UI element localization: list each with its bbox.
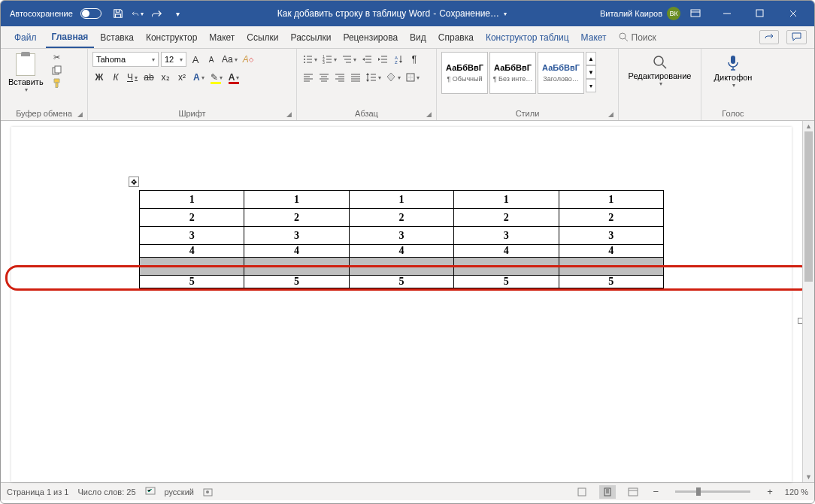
comments-button[interactable] (786, 30, 807, 44)
table-cell[interactable]: 3 (454, 227, 559, 245)
zoom-level[interactable]: 120 % (785, 487, 808, 496)
undo-icon[interactable]: ▾ (132, 8, 144, 20)
view-web-button[interactable] (625, 485, 641, 499)
redo-icon[interactable] (151, 8, 163, 20)
bold-button[interactable]: Ж (92, 70, 106, 85)
minimize-button[interactable] (710, 1, 744, 26)
table-cell[interactable]: 2 (140, 209, 244, 227)
grow-font-button[interactable]: A (189, 52, 202, 67)
scroll-up-button[interactable]: ▲ (803, 121, 814, 131)
decrease-indent-button[interactable] (360, 52, 374, 67)
document-table[interactable]: 1111122222333334444455555 (139, 190, 664, 288)
borders-button[interactable]: ▾ (404, 70, 421, 85)
table-cell[interactable]: 5 (349, 276, 453, 288)
zoom-in-button[interactable]: + (764, 486, 776, 497)
table-cell[interactable]: 3 (349, 227, 453, 245)
document-page[interactable]: ✥ 1111122222333334444455555 (11, 127, 792, 482)
word-count[interactable]: Число слов: 25 (77, 487, 135, 496)
table-cell[interactable]: 5 (244, 276, 349, 288)
table-cell[interactable]: 4 (140, 245, 244, 258)
table-cell[interactable]: 3 (140, 227, 244, 245)
ribbon-display-icon[interactable] (689, 8, 701, 20)
text-effects-button[interactable]: A▾ (192, 70, 206, 85)
language-status[interactable]: русский (165, 487, 194, 496)
user-account[interactable]: Виталий Каиров ВК (600, 7, 680, 20)
zoom-out-button[interactable]: − (650, 486, 662, 497)
table-row[interactable]: 33333 (140, 227, 664, 245)
view-focus-button[interactable] (574, 485, 590, 499)
styles-scroll-down[interactable]: ▼ (586, 65, 596, 79)
zoom-slider-thumb[interactable] (696, 487, 701, 496)
table-cell[interactable]: 4 (559, 245, 663, 258)
line-spacing-button[interactable]: ▾ (365, 70, 383, 85)
shrink-font-button[interactable]: A (205, 52, 218, 67)
table-cell[interactable]: 5 (454, 276, 559, 288)
format-painter-button[interactable] (51, 77, 63, 88)
font-name-combo[interactable]: Tahoma▾ (92, 52, 159, 67)
copy-button[interactable] (51, 65, 63, 75)
style-normal[interactable]: АаБбВвГ ¶ Обычный (441, 52, 488, 94)
table-move-handle[interactable]: ✥ (129, 177, 139, 187)
align-left-button[interactable] (301, 70, 315, 85)
table-row[interactable]: 11111 (140, 191, 664, 209)
vertical-scrollbar[interactable]: ▲ ▼ (802, 121, 814, 482)
tab-insert[interactable]: Вставка (94, 26, 140, 48)
sort-button[interactable]: AZ (392, 52, 405, 67)
table-row[interactable]: 44444 (140, 245, 664, 258)
table-cell[interactable]: 2 (454, 209, 559, 227)
font-color-button[interactable]: A▾ (227, 70, 241, 85)
style-no-spacing[interactable]: АаБбВвГ ¶ Без инте… (489, 52, 536, 94)
shading-button[interactable]: ▾ (385, 70, 402, 85)
table-cell[interactable]: 1 (454, 191, 559, 209)
editing-button[interactable]: Редактирование ▾ (623, 52, 696, 90)
table-cell[interactable]: 5 (140, 276, 244, 288)
table-cell[interactable] (244, 258, 349, 276)
table-cell[interactable]: 2 (349, 209, 453, 227)
tab-layout[interactable]: Макет (203, 26, 241, 48)
styles-scroll-up[interactable]: ▲ (586, 52, 596, 65)
macro-icon[interactable] (203, 487, 213, 496)
table-cell[interactable]: 4 (244, 245, 349, 258)
paragraph-dialog-launcher[interactable]: ◢ (426, 110, 434, 118)
clear-formatting-button[interactable]: A◇ (241, 52, 255, 67)
table-cell[interactable] (349, 258, 453, 276)
tab-view[interactable]: Вид (404, 26, 432, 48)
table-cell[interactable]: 1 (349, 191, 453, 209)
tab-table-layout[interactable]: Макет (575, 26, 613, 48)
tab-mailings[interactable]: Рассылки (285, 26, 338, 48)
close-button[interactable] (777, 1, 810, 26)
align-center-button[interactable] (317, 70, 331, 85)
increase-indent-button[interactable] (376, 52, 389, 67)
highlight-button[interactable]: ✎▾ (209, 70, 224, 85)
italic-button[interactable]: К (109, 70, 123, 85)
table-cell[interactable]: 3 (244, 227, 349, 245)
spellcheck-icon[interactable] (145, 487, 156, 496)
zoom-slider[interactable] (675, 490, 750, 493)
justify-button[interactable] (349, 70, 362, 85)
clipboard-dialog-launcher[interactable]: ◢ (77, 110, 85, 118)
bullets-button[interactable]: ▾ (301, 52, 319, 67)
scroll-thumb[interactable] (804, 131, 813, 282)
share-button[interactable] (759, 30, 779, 44)
tab-design[interactable]: Конструктор (140, 26, 203, 48)
align-right-button[interactable] (333, 70, 347, 85)
table-cell[interactable]: 3 (559, 227, 663, 245)
table-cell[interactable] (559, 258, 663, 276)
save-icon[interactable] (112, 8, 124, 20)
style-heading[interactable]: АаБбВвГ Заголово… (538, 52, 584, 94)
table-cell[interactable]: 1 (244, 191, 349, 209)
styles-dialog-launcher[interactable]: ◢ (608, 110, 616, 118)
underline-button[interactable]: Ч▾ (126, 70, 139, 85)
search-box[interactable]: Поиск (613, 26, 662, 48)
table-row[interactable]: 22222 (140, 209, 664, 227)
font-dialog-launcher[interactable]: ◢ (286, 110, 294, 118)
tab-file[interactable]: Файл (8, 26, 43, 48)
table-cell[interactable]: 2 (559, 209, 663, 227)
maximize-button[interactable] (744, 1, 777, 26)
tab-table-design[interactable]: Конструктор таблиц (480, 26, 575, 48)
view-print-button[interactable] (599, 485, 616, 499)
tab-home[interactable]: Главная (46, 26, 95, 48)
subscript-button[interactable]: x₂ (159, 70, 172, 85)
table-cell[interactable] (140, 258, 244, 276)
change-case-button[interactable]: Aa▾ (220, 52, 239, 67)
